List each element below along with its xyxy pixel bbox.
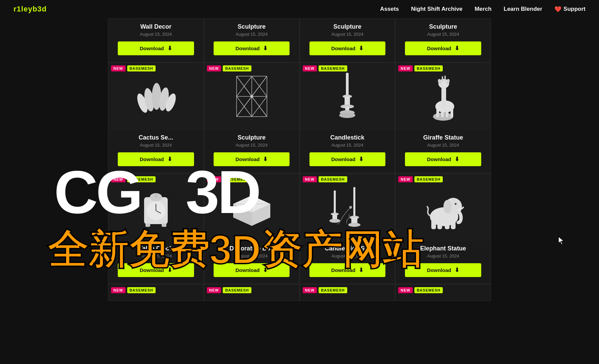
nav-night-shift[interactable]: Night Shift Archive xyxy=(411,6,462,12)
card-candlestick-set: NEW BASEMESH Cand xyxy=(300,173,396,284)
card-image xyxy=(396,63,491,130)
card-title: Cactus Se... xyxy=(139,134,173,141)
nav-learn-blender[interactable]: Learn Blender xyxy=(504,6,542,12)
badge-basemesh: BASEMESH xyxy=(319,65,347,71)
nav-assets[interactable]: Assets xyxy=(380,6,399,12)
top-row: Wall Decor August 15, 2024 Download ⬇ Sc… xyxy=(0,18,599,62)
elephant-image xyxy=(418,180,468,234)
badge-basemesh: BASEMESH xyxy=(414,176,443,182)
card-cactus-set: NEW BASEMESH Cactus Se... August 15, 202… xyxy=(108,62,204,173)
row4-grid: NEW BASEMESH NEW BASEMESH NEW BASEMESH N… xyxy=(0,284,599,301)
download-arrow-icon: ⬇ xyxy=(263,156,268,163)
badge-basemesh: BASEMESH xyxy=(127,65,156,71)
badge-new: NEW xyxy=(303,176,317,182)
svg-rect-44 xyxy=(162,223,166,227)
card-elephant-statue: NEW BASEMESH xyxy=(395,173,491,284)
download-button[interactable]: Download ⬇ xyxy=(309,152,385,166)
badge-new: NEW xyxy=(207,176,221,182)
card-badges: NEW BASEMESH xyxy=(398,176,443,182)
card-date: August 15, 2024 xyxy=(236,32,268,37)
download-button[interactable]: Download ⬇ xyxy=(118,41,194,55)
badge-basemesh: BASEMESH xyxy=(127,176,156,182)
download-button[interactable]: Download ⬇ xyxy=(405,41,481,55)
card-image xyxy=(300,63,395,130)
download-button[interactable]: Download ⬇ xyxy=(309,41,385,55)
badge-basemesh: BASEMESH xyxy=(223,287,251,293)
card-badges: NEW BASEMESH xyxy=(303,176,347,182)
svg-point-61 xyxy=(348,223,360,227)
candlestick-image xyxy=(334,69,361,123)
download-arrow-icon: ⬇ xyxy=(359,267,363,274)
card-date: August 15, 2024 xyxy=(427,32,459,37)
card-badges: NEW BASEMESH xyxy=(398,287,443,293)
giraffe-image xyxy=(423,69,463,123)
badge-basemesh: BASEMESH xyxy=(414,287,443,293)
download-arrow-icon: ⬇ xyxy=(455,156,459,163)
row2-grid: NEW BASEMESH Cactus Se... August 15, 202… xyxy=(0,62,599,173)
card-title: Table Clock xyxy=(139,245,173,252)
card-decorative-box: NEW BASEMESH Decorative Box August 15, 2… xyxy=(204,173,300,284)
download-button[interactable]: Download ⬇ xyxy=(309,263,385,277)
card-image xyxy=(204,63,299,130)
download-arrow-icon: ⬇ xyxy=(167,267,172,274)
download-arrow-icon: ⬇ xyxy=(359,45,363,52)
card-badges: NEW BASEMESH xyxy=(207,65,251,71)
card-title: Candlestick Set xyxy=(325,245,370,252)
card-date: August 15, 2024 xyxy=(140,253,172,259)
svg-point-18 xyxy=(250,95,253,98)
nav-links: Assets Night Shift Archive Merch Learn B… xyxy=(380,6,586,13)
download-button[interactable]: Download ⬇ xyxy=(118,263,194,277)
download-button[interactable]: Download ⬇ xyxy=(118,152,194,166)
badge-new: NEW xyxy=(303,65,317,71)
download-button[interactable]: Download ⬇ xyxy=(214,41,290,55)
card-row4-2: NEW BASEMESH xyxy=(204,284,300,301)
card-row4-1: NEW BASEMESH xyxy=(108,284,204,301)
card-title: Sculpture xyxy=(238,134,266,141)
svg-point-57 xyxy=(349,206,352,209)
heart-icon: ❤️ xyxy=(554,6,562,13)
card-giraffe-statue: NEW BASEMESH xyxy=(395,62,491,173)
card-title: Decorative Box xyxy=(229,245,274,252)
badge-new: NEW xyxy=(398,287,413,293)
card-sculpture-1: Sculpture August 15, 2024 Download ⬇ xyxy=(204,18,300,62)
svg-point-69 xyxy=(455,203,457,205)
card-date: August 15, 2024 xyxy=(331,253,363,259)
card-date: August 15, 2024 xyxy=(331,32,363,37)
card-date: August 15, 2024 xyxy=(331,143,363,148)
download-button[interactable]: Download ⬇ xyxy=(214,263,290,277)
row3-grid: NEW BASEMESH Table Clock August 15, 2024 xyxy=(0,173,599,284)
card-badges: NEW BASEMESH xyxy=(111,176,156,182)
card-date: August 15, 2024 xyxy=(140,32,172,37)
nav-support[interactable]: ❤️ Support xyxy=(554,6,586,13)
card-date: August 15, 2024 xyxy=(140,143,172,148)
badge-new: NEW xyxy=(398,176,413,182)
card-date: August 15, 2024 xyxy=(236,143,268,148)
card-badges: NEW BASEMESH xyxy=(303,287,347,293)
nav-merch[interactable]: Merch xyxy=(474,6,491,12)
card-badges: NEW BASEMESH xyxy=(303,65,347,71)
card-title: Giraffe Statue xyxy=(423,134,463,141)
download-arrow-icon: ⬇ xyxy=(455,45,459,52)
candlestick-set-image xyxy=(324,180,371,234)
card-sculpture-wire: NEW BASEMESH xyxy=(204,62,300,173)
svg-rect-19 xyxy=(346,73,349,96)
card-wall-decor: Wall Decor August 15, 2024 Download ⬇ xyxy=(108,18,204,62)
card-image xyxy=(204,174,299,241)
card-image xyxy=(300,174,395,241)
download-button[interactable]: Download ⬇ xyxy=(214,152,290,166)
download-arrow-icon: ⬇ xyxy=(263,45,268,52)
card-date: August 15, 2024 xyxy=(236,253,268,259)
svg-rect-38 xyxy=(444,75,446,81)
card-badges: NEW BASEMESH xyxy=(398,65,443,71)
badge-new: NEW xyxy=(398,65,413,71)
site-logo[interactable]: r1leyb3d xyxy=(13,5,47,13)
card-badges: NEW BASEMESH xyxy=(111,65,156,71)
card-sculpture-3: Sculpture August 15, 2024 Download ⬇ xyxy=(395,18,491,62)
badge-new: NEW xyxy=(207,287,221,293)
sculpture-cube-image xyxy=(226,69,277,123)
card-badges: NEW BASEMESH xyxy=(111,287,156,293)
card-table-clock: NEW BASEMESH Table Clock August 15, 2024 xyxy=(108,173,204,284)
svg-rect-43 xyxy=(145,223,150,227)
download-button[interactable]: Download ⬇ xyxy=(405,152,481,166)
download-button[interactable]: Download ⬇ xyxy=(405,263,481,277)
